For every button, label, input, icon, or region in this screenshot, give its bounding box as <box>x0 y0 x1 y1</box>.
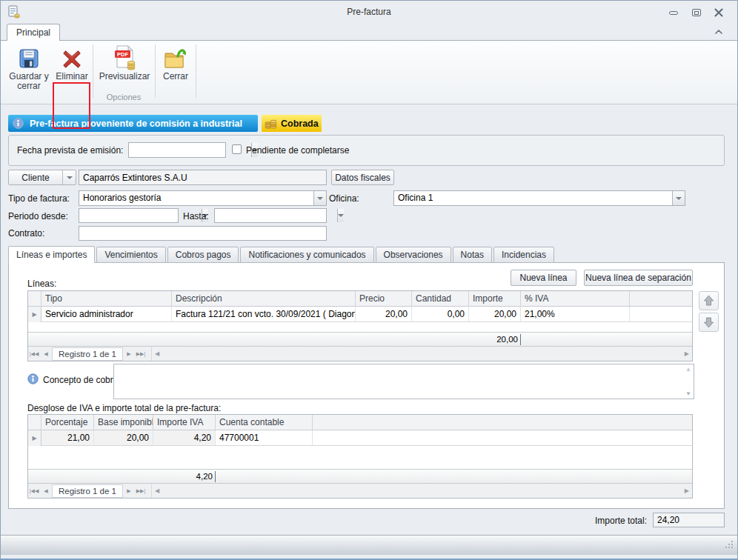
cell-cantidad[interactable]: 0,00 <box>412 307 469 322</box>
scroll-right-icon[interactable]: ▶ <box>685 487 689 494</box>
cell-descripcion[interactable]: Factura 121/21 con vcto. 30/09/2021 ( Di… <box>172 307 356 322</box>
tab-lineas-e-importes[interactable]: Líneas e importes <box>8 246 95 263</box>
cliente-button[interactable]: Cliente <box>8 170 76 185</box>
col-porcentaje[interactable]: Porcentaje <box>41 415 94 430</box>
lineas-pager: |◀◀ ◀ Registro 1 de 1 ▶ ▶▶| ◀ ▶ <box>28 346 692 361</box>
oficina-input[interactable] <box>394 191 672 205</box>
preview-button[interactable]: PDF Previsualizar <box>96 44 153 81</box>
col-cuenta-contable[interactable]: Cuenta contable <box>216 415 313 430</box>
status-bar <box>1 535 737 555</box>
chevron-down-icon[interactable] <box>337 209 344 222</box>
close-form-button[interactable]: Cerrar <box>159 44 193 81</box>
pendiente-label: Pendiente de completarse <box>246 145 349 156</box>
chevron-down-icon[interactable] <box>313 191 326 205</box>
oficina-combo[interactable] <box>393 190 685 206</box>
cell-empty <box>313 430 692 446</box>
next-record-icon[interactable]: ▶ <box>123 488 135 494</box>
hasta-combo[interactable] <box>214 208 327 223</box>
scroll-left-icon[interactable]: ◀ <box>155 487 159 494</box>
collapse-ribbon-button[interactable] <box>712 27 725 37</box>
scroll-down-icon[interactable]: ▼ <box>685 390 691 397</box>
cliente-name-field[interactable] <box>79 170 327 185</box>
nueva-linea-separacion-label: Nueva línea de separación <box>585 273 691 283</box>
cell-iva[interactable]: 21,00% <box>521 307 630 322</box>
hasta-input[interactable] <box>215 209 337 222</box>
horizontal-scrollbar[interactable]: ◀ ▶ <box>151 484 692 498</box>
lineas-summary-row: 20,00 <box>28 332 692 346</box>
last-record-icon[interactable]: ▶▶| <box>135 488 147 494</box>
ribbon-tab-principal[interactable]: Principal <box>7 24 60 41</box>
tipo-factura-input[interactable] <box>79 191 313 205</box>
col-tipo[interactable]: Tipo <box>41 291 172 307</box>
cell-cuenta-contable[interactable]: 47700001 <box>216 430 313 446</box>
first-record-icon[interactable]: |◀◀ <box>28 351 40 357</box>
col-empty <box>630 291 692 307</box>
col-precio[interactable]: Precio <box>356 291 412 307</box>
pendiente-checkbox[interactable] <box>232 144 242 154</box>
importe-total-field: 24,20 <box>653 513 725 527</box>
col-base-imponible[interactable]: Base imponible <box>94 415 153 430</box>
cobrada-label: Cobrada <box>281 119 319 129</box>
minimize-button[interactable] <box>665 7 682 19</box>
cell-precio[interactable]: 20,00 <box>356 307 412 322</box>
next-record-icon[interactable]: ▶ <box>123 351 135 357</box>
datos-fiscales-button[interactable]: Datos fiscales <box>331 170 394 185</box>
pdf-preview-icon: PDF <box>111 44 138 70</box>
col-iva[interactable]: % IVA <box>521 291 630 307</box>
concepto-cobro-textarea[interactable]: ▲ ▼ <box>113 364 694 399</box>
desglose-row[interactable]: ▶ 21,00 20,00 4,20 47700001 <box>28 430 692 446</box>
restore-button[interactable] <box>688 7 705 19</box>
periodo-desde-combo[interactable] <box>79 208 179 223</box>
chevron-down-icon[interactable] <box>672 191 685 205</box>
move-line-up-button[interactable] <box>699 291 719 310</box>
previous-record-icon[interactable]: ◀ <box>40 351 52 357</box>
close-icon <box>714 8 723 17</box>
cell-porcentaje[interactable]: 21,00 <box>41 430 94 446</box>
cell-tipo[interactable]: Servicio administrador <box>41 307 172 322</box>
chevron-down-icon[interactable] <box>62 170 76 184</box>
info-icon <box>13 118 24 129</box>
tab-cobros-pagos[interactable]: Cobros pagos <box>167 247 239 263</box>
restore-icon <box>692 9 701 16</box>
col-cantidad[interactable]: Cantidad <box>412 291 469 307</box>
pre-factura-window: Pre-factura Principal <box>0 0 738 560</box>
scroll-up-icon[interactable]: ▲ <box>685 366 691 373</box>
first-record-icon[interactable]: |◀◀ <box>28 488 40 494</box>
previous-record-icon[interactable]: ◀ <box>40 488 52 494</box>
tab-notificaciones[interactable]: Notificaciones y comunicados <box>240 247 373 263</box>
fecha-prevista-combo[interactable] <box>128 142 226 158</box>
datos-fiscales-label: Datos fiscales <box>335 173 390 183</box>
contrato-input[interactable] <box>79 226 327 241</box>
close-button[interactable] <box>711 7 727 19</box>
header-indicator-cell <box>28 415 41 430</box>
contrato-label: Contrato: <box>8 228 44 239</box>
col-descripcion[interactable]: Descripción <box>172 291 356 307</box>
lineas-row[interactable]: ▶ Servicio administrador Factura 121/21 … <box>28 307 692 322</box>
record-counter: Registro 1 de 1 <box>52 484 123 498</box>
coins-icon <box>265 118 278 129</box>
tab-observaciones[interactable]: Observaciones <box>376 247 451 263</box>
tab-incidencias[interactable]: Incidencias <box>493 247 554 263</box>
tipo-factura-combo[interactable] <box>79 190 327 206</box>
scroll-right-icon[interactable]: ▶ <box>685 350 689 357</box>
move-line-down-button[interactable] <box>699 313 719 332</box>
desglose-pager: |◀◀ ◀ Registro 1 de 1 ▶ ▶▶| ◀ ▶ <box>28 483 692 498</box>
cell-importe[interactable]: 20,00 <box>469 307 521 322</box>
col-importe[interactable]: Importe <box>469 291 521 307</box>
nueva-linea-separacion-button[interactable]: Nueva línea de separación <box>584 270 693 286</box>
save-and-close-button[interactable]: Guardar y cerrar <box>7 44 51 91</box>
options-group-label: Opciones <box>93 93 155 101</box>
cell-importe-iva[interactable]: 4,20 <box>153 430 216 446</box>
col-importe-iva[interactable]: Importe IVA <box>153 415 216 430</box>
cell-base-imponible[interactable]: 20,00 <box>94 430 153 446</box>
window-title: Pre-factura <box>1 1 737 23</box>
last-record-icon[interactable]: ▶▶| <box>135 351 147 357</box>
nueva-linea-button[interactable]: Nueva línea <box>511 270 576 286</box>
scroll-left-icon[interactable]: ◀ <box>155 350 159 357</box>
tab-vencimientos[interactable]: Vencimientos <box>96 247 165 263</box>
resize-grip[interactable] <box>725 539 734 552</box>
horizontal-scrollbar[interactable]: ◀ ▶ <box>151 347 692 361</box>
tab-notas[interactable]: Notas <box>453 247 492 263</box>
nueva-linea-label: Nueva línea <box>519 273 567 283</box>
delete-button[interactable]: Eliminar <box>55 44 89 81</box>
